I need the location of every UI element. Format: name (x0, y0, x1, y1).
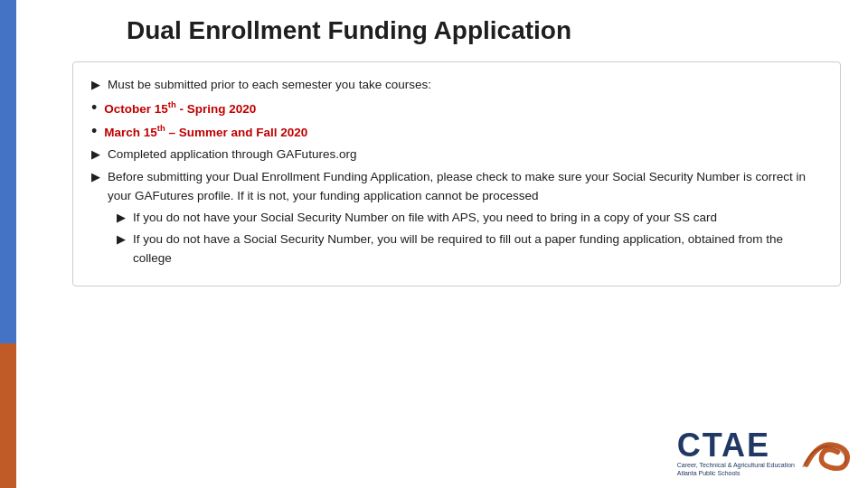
left-sidebar (0, 0, 16, 488)
sub-item-2-text: If you do not have a Social Security Num… (133, 230, 822, 268)
ctae-text-block: CTAE Career, Technical & Agricultural Ed… (677, 429, 795, 477)
list-item-1: ▶ Must be submitted prior to each semest… (91, 75, 822, 95)
arrow-icon-1: ▶ (91, 76, 100, 95)
sub-arrow-icon-2: ▶ (117, 230, 126, 249)
dot-icon-2: • (91, 99, 97, 118)
page-title: Dual Enrollment Funding Application (127, 16, 850, 45)
list-item-3: • March 15th – Summer and Fall 2020 (91, 121, 822, 142)
ctae-logo: CTAE Career, Technical & Agricultural Ed… (677, 429, 850, 477)
item-5-row: ▶ Before submitting your Dual Enrollment… (91, 167, 822, 206)
list-item-5: ▶ Before submitting your Dual Enrollment… (91, 167, 822, 270)
ctae-letters: CTAE (677, 429, 770, 462)
sub-arrow-icon-1: ▶ (117, 209, 126, 228)
dot-icon-3: • (91, 122, 97, 142)
ctae-sub-line2: Atlanta Public Schools (677, 470, 741, 477)
item-4-text: Completed application through GAFutures.… (108, 145, 822, 164)
sub-list-item-2: ▶ If you do not have a Social Security N… (117, 230, 822, 268)
sub-item-1-text: If you do not have your Social Security … (133, 208, 822, 228)
item-2-text: October 15th - Spring 2020 (104, 98, 822, 118)
arrow-icon-4: ▶ (91, 145, 100, 164)
list-item-4: ▶ Completed application through GAFuture… (91, 145, 822, 164)
ctae-swirl-icon (800, 436, 850, 472)
item-5-text: Before submitting your Dual Enrollment F… (108, 167, 822, 206)
arrow-icon-5: ▶ (91, 168, 100, 187)
sidebar-blue (0, 0, 16, 343)
main-bullet-list: ▶ Must be submitted prior to each semest… (91, 75, 822, 270)
sidebar-orange (0, 343, 16, 488)
sub-list-item-1: ▶ If you do not have your Social Securit… (117, 208, 822, 228)
content-box: ▶ Must be submitted prior to each semest… (72, 61, 841, 286)
main-content: Dual Enrollment Funding Application ▶ Mu… (27, 0, 850, 286)
ctae-sub-line1: Career, Technical & Agricultural Educati… (677, 462, 795, 469)
item-3-text: March 15th – Summer and Fall 2020 (104, 121, 822, 142)
item-1-text: Must be submitted prior to each semester… (108, 75, 822, 95)
sub-bullet-list: ▶ If you do not have your Social Securit… (91, 208, 822, 270)
list-item-2: • October 15th - Spring 2020 (91, 98, 822, 118)
